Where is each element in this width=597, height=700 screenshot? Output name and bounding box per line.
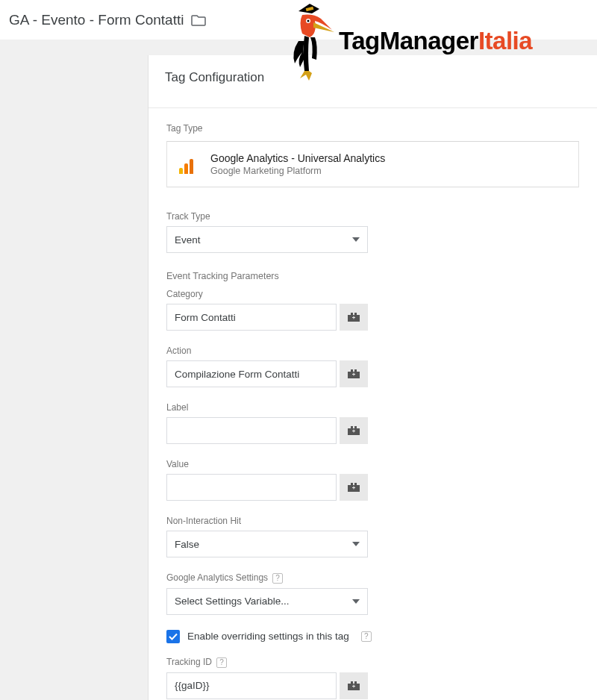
svg-rect-22 — [354, 487, 354, 490]
svg-rect-27 — [354, 684, 354, 687]
action-label: Action — [166, 346, 579, 356]
logo-text-black: TagManager — [339, 27, 478, 55]
override-label: Enable overriding settings in this tag — [187, 631, 349, 642]
action-input[interactable]: Compilazione Form Contatti — [166, 360, 337, 387]
google-analytics-icon — [179, 154, 199, 174]
label-field-label: Label — [166, 402, 579, 413]
override-checkbox[interactable] — [166, 630, 180, 643]
category-label: Category — [166, 289, 579, 299]
track-type-select[interactable]: Event — [166, 226, 368, 253]
help-icon[interactable]: ? — [272, 573, 283, 584]
svg-rect-19 — [351, 483, 353, 485]
svg-rect-15 — [354, 426, 357, 428]
event-params-title: Event Tracking Parameters — [166, 271, 579, 281]
non-interaction-select[interactable]: False — [166, 531, 368, 557]
label-variable-button[interactable] — [340, 417, 368, 444]
track-type-value: Event — [175, 234, 201, 246]
category-variable-button[interactable] — [340, 304, 368, 331]
tag-config-panel: Tag Configuration Tag Type Google Analyt… — [148, 55, 597, 700]
category-input[interactable]: Form Contatti — [166, 304, 337, 331]
tracking-id-label: Tracking ID? — [166, 657, 579, 668]
value-field-label: Value — [166, 459, 579, 469]
tag-name-title[interactable]: GA - Evento - Form Contatti — [9, 12, 184, 28]
svg-rect-14 — [351, 426, 353, 428]
svg-rect-20 — [354, 483, 357, 485]
svg-rect-7 — [354, 316, 354, 319]
svg-rect-12 — [354, 373, 354, 376]
svg-point-2 — [307, 20, 310, 22]
folder-icon[interactable] — [191, 14, 206, 26]
help-icon[interactable]: ? — [361, 631, 372, 642]
tag-type-platform: Google Marketing Platform — [210, 166, 385, 176]
label-input[interactable] — [166, 417, 337, 444]
svg-rect-4 — [351, 313, 353, 315]
tracking-id-input[interactable]: {{gaID}} — [166, 672, 337, 699]
tag-type-name: Google Analytics - Universal Analytics — [210, 152, 385, 164]
tag-type-card[interactable]: Google Analytics - Universal Analytics G… — [166, 141, 579, 187]
svg-rect-10 — [354, 369, 357, 372]
svg-rect-5 — [354, 313, 357, 315]
tracking-id-variable-button[interactable] — [340, 672, 368, 699]
ga-settings-select[interactable]: Select Settings Variable... — [166, 588, 368, 615]
track-type-label: Track Type — [166, 211, 579, 222]
action-variable-button[interactable] — [340, 360, 368, 387]
brand-logo: TagManagerItalia — [284, 0, 597, 82]
help-icon[interactable]: ? — [216, 657, 227, 668]
logo-text-red: Italia — [478, 27, 532, 55]
svg-rect-24 — [351, 681, 353, 684]
svg-rect-25 — [354, 681, 357, 684]
value-variable-button[interactable] — [340, 474, 368, 501]
svg-rect-9 — [351, 369, 353, 372]
non-interaction-label: Non-Interaction Hit — [166, 516, 579, 526]
ga-settings-label: Google Analytics Settings? — [166, 572, 579, 584]
tag-type-label: Tag Type — [166, 123, 579, 134]
value-input[interactable] — [166, 474, 337, 501]
woodpecker-icon — [284, 0, 336, 82]
svg-rect-17 — [354, 430, 354, 433]
